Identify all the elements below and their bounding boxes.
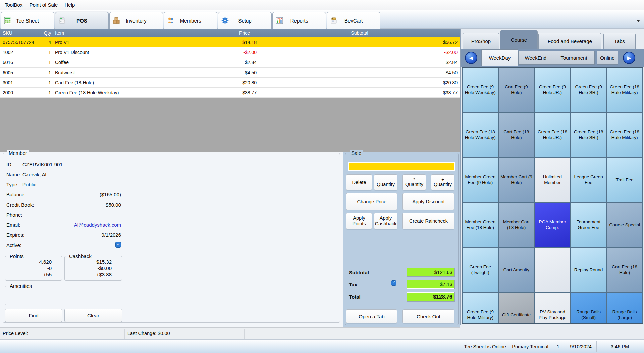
catalog-item-button[interactable]: Gift Certificate [498, 293, 535, 324]
quantity-multiply-button[interactable]: *Quantity [402, 174, 426, 190]
column-header-subtotal[interactable]: Subtotal [259, 29, 460, 37]
tab-overflow-icon[interactable] [636, 18, 641, 23]
catalog-item-button[interactable]: Member Green Fee (9 Hole) [462, 158, 498, 203]
catalog-item-button[interactable]: Course Special [606, 203, 643, 248]
catalog-grid: Green Fee (9 Hole Weekday)Cart Fee (9 Ho… [462, 67, 643, 324]
column-header-qty[interactable]: Qty [42, 29, 53, 37]
quantity-plus-button[interactable]: +Quantity [431, 174, 454, 190]
catalog-item-button[interactable]: Green Fee (9 Hole Weekday) [462, 68, 498, 113]
check-out-button[interactable]: Check Out [402, 309, 454, 323]
create-raincheck-button[interactable]: Create Raincheck [402, 213, 454, 229]
scan-input[interactable] [348, 162, 455, 171]
catalog-item-button[interactable]: Green Fee (18 Hole JR.) [534, 113, 571, 158]
catalog-item-button[interactable]: Green Fee (18 Hole Military) [606, 113, 643, 158]
order-table-row[interactable]: 0757551077244Pro V1$14.18$56.72 [0, 37, 460, 47]
catalog-item-button[interactable]: Member Green Fee (18 Hole) [462, 203, 498, 248]
subtab-weekday[interactable]: WeekDay [481, 49, 518, 66]
cell-subtotal: $56.72 [259, 37, 460, 47]
quantity-minus-button[interactable]: -Quantity [374, 174, 397, 190]
member-email-link[interactable]: Al@caddyshack.com [74, 222, 121, 228]
catalog-item-button[interactable]: Green Fee (9 Hole Military) [462, 293, 498, 324]
catalog-item-label: Range Balls (Large) [608, 309, 641, 321]
total-value: $128.76 [407, 292, 455, 302]
cashback-groupbox-title: Cashback [67, 253, 93, 259]
price-level-label: Price Level: [3, 330, 28, 336]
catalog-item-button[interactable]: Green Fee (Twilight) [462, 248, 498, 293]
catalog-item-button[interactable]: Cart Fee (18 Hole) [606, 248, 643, 293]
catalog-item-button[interactable]: Green Fee (18 Hole SR.) [571, 113, 607, 158]
catalog-item-button[interactable]: Green Fee (18 Hole Military) [606, 68, 643, 113]
order-table-row[interactable]: 60051Bratwurst$4.50$4.50 [0, 68, 460, 78]
catalog-item-label: Member Cart (18 Hole) [500, 219, 533, 231]
tab-inventory[interactable]: Inventory [109, 12, 163, 29]
catalog-item-button[interactable]: Range Balls (Small) [571, 293, 607, 324]
order-table-row[interactable]: 60161Coffee$2.84$2.84 [0, 57, 460, 68]
scroll-right-arrow-button[interactable] [623, 52, 635, 64]
catalog-item-button[interactable]: Tournament Green Fee [571, 203, 607, 248]
catalog-tab-tabs[interactable]: Tabs [603, 33, 636, 49]
catalog-tab-course[interactable]: Course [500, 30, 538, 49]
subtab-online[interactable]: Online [597, 51, 618, 65]
catalog-item-button[interactable]: Cart Amenity [498, 248, 535, 293]
catalog-item-button[interactable]: Replay Round [571, 248, 607, 293]
members-people-icon [167, 17, 174, 24]
catalog-item-button[interactable]: Cart Fee (9 Hole) [498, 68, 535, 113]
apply-discount-button[interactable]: Apply Discount [402, 193, 454, 210]
catalog-tab-proshop[interactable]: ProShop [463, 33, 499, 49]
member-name-value: Czervik, Al [22, 172, 46, 177]
find-member-button[interactable]: Find [5, 309, 62, 322]
tab-members[interactable]: Members [164, 12, 217, 29]
cell-subtotal: -$2.00 [259, 47, 460, 57]
catalog-item-button[interactable]: Green Fee (9 Hole JR.) [534, 68, 571, 113]
change-price-button[interactable]: Change Price [346, 193, 397, 210]
tab-tee-sheet[interactable]: Tee Sheet [1, 12, 54, 29]
member-credit-book-value: $50.00 [106, 202, 121, 208]
member-balance-label: Balance: [6, 192, 26, 197]
catalog-item-label: Cart Fee (9 Hole) [500, 84, 533, 96]
tab-label: BevCart [344, 18, 363, 24]
apply-cashback-button[interactable]: Apply Cashback [374, 213, 397, 229]
menu-item-point-of-sale[interactable]: Point of Sale [26, 0, 61, 10]
subtab-tournament[interactable]: Tournament [553, 51, 595, 65]
catalog-item-button[interactable]: RV Stay and Play Package [534, 293, 571, 324]
cell-price: $38.77 [230, 88, 259, 97]
column-header-item[interactable]: Item [53, 29, 230, 37]
tab-reports[interactable]: Reports [272, 12, 326, 29]
order-table-row[interactable]: 10021Pro V1 Discount-$2.00-$2.00 [0, 47, 460, 57]
scroll-left-arrow-button[interactable] [465, 52, 477, 64]
order-table-row[interactable]: 30011Cart Fee (18 Hole)$20.80$20.80 [0, 78, 460, 88]
catalog-item-button[interactable]: Trail Fee [606, 158, 643, 203]
tab-pos[interactable]: POS [55, 12, 109, 29]
menu-item-help[interactable]: Help [61, 0, 78, 10]
member-credit-book-label: Credit Book: [6, 202, 34, 208]
tab-bevcart[interactable]: BevCart [327, 12, 380, 29]
open-a-tab-button[interactable]: Open a Tab [346, 309, 397, 323]
tab-setup[interactable]: Setup [218, 12, 272, 29]
catalog-item-button[interactable]: Unlimited Member [534, 158, 571, 203]
cashback-redeemed: -$0.00 [65, 265, 112, 271]
subtotal-label: Subtotal [349, 270, 369, 275]
catalog-item-button[interactable]: PGA Member Comp. [534, 203, 571, 248]
tax-checkbox[interactable] [391, 280, 396, 286]
menu-item-toolbox[interactable]: ToolBox [1, 0, 26, 10]
catalog-item-button[interactable]: Range Balls (Large) [606, 293, 643, 324]
cell-qty: 1 [42, 47, 53, 57]
subtab-weekend[interactable]: WeekEnd [518, 51, 553, 65]
catalog-item-button[interactable]: Member Cart (18 Hole) [498, 203, 535, 248]
catalog-tab-food-and-beverage[interactable]: Food and Beverage [538, 33, 601, 49]
clear-member-button[interactable]: Clear [64, 309, 122, 322]
catalog-item-label: Green Fee (18 Hole JR.) [536, 129, 569, 141]
catalog-item-button[interactable]: Green Fee (18 Hole Weekday) [462, 113, 498, 158]
column-header-price[interactable]: Price [230, 29, 259, 37]
setup-gear-icon [221, 17, 229, 24]
catalog-item-button[interactable]: Member Cart (9 Hole) [498, 158, 535, 203]
delete-item-button[interactable]: Delete [346, 174, 372, 190]
catalog-item-button[interactable]: Cart Fee (18 Hole) [498, 113, 535, 158]
catalog-item-button[interactable]: Green Fee (9 Hole SR.) [571, 68, 607, 113]
member-active-checkbox[interactable] [115, 242, 121, 248]
order-items-area: SKU Qty Item Price Subtotal 075755107724… [0, 29, 460, 152]
order-table-row[interactable]: 20001Green Fee (18 Hole Weekday)$38.77$3… [0, 88, 460, 98]
catalog-item-button[interactable]: League Green Fee [571, 158, 607, 203]
column-header-sku[interactable]: SKU [0, 29, 42, 37]
apply-points-button[interactable]: Apply Points [346, 213, 372, 229]
